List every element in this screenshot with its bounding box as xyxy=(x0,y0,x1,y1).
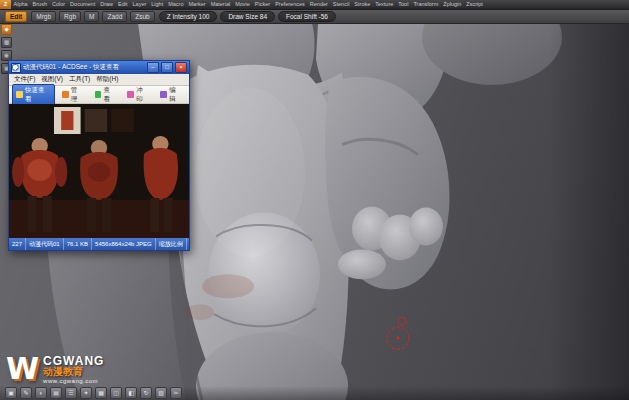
shelf-toggle-button[interactable]: Zadd xyxy=(102,11,127,22)
menu-item[interactable]: Light xyxy=(149,0,166,9)
menu-item[interactable]: Layer xyxy=(130,0,149,9)
top-shelf: Edit MrgbRgbMZaddZsub Z Intensity 100Dra… xyxy=(0,10,629,24)
dock-icon[interactable]: ▣ xyxy=(5,387,17,399)
shelf-toggle-button[interactable]: Rgb xyxy=(59,11,81,22)
mode-tab[interactable]: 管理 xyxy=(58,84,88,106)
concept-art-image xyxy=(9,104,189,238)
brush-cursor xyxy=(387,317,409,349)
window-menu-item[interactable]: 帮助(H) xyxy=(94,75,120,84)
dock-icon[interactable]: ◫ xyxy=(110,387,122,399)
menu-item[interactable]: Transform xyxy=(411,0,441,9)
window-statusbar: 227动漫代码0176.1 KB5456x864x24b JPEG缩放比例 xyxy=(9,238,189,250)
menu-item[interactable]: Movie xyxy=(233,0,253,9)
cgwang-watermark: W CGWANG 动漫教育 www.cgwang.com xyxy=(6,355,104,384)
menu-item[interactable]: Zplugin xyxy=(441,0,464,9)
tab-label: 查看 xyxy=(103,86,116,104)
mode-tab[interactable]: 冲印 xyxy=(123,84,153,106)
cgwang-url: www.cgwang.com xyxy=(43,378,104,384)
window-mode-toolbar: 快速查看 管理 查看 冲印 编辑 xyxy=(9,86,189,104)
cgwang-tagline: 动漫教育 xyxy=(43,367,104,378)
minimize-button[interactable]: – xyxy=(147,62,159,73)
window-menu-item[interactable]: 视图(V) xyxy=(39,75,65,84)
status-segment: 227 xyxy=(9,238,26,250)
status-segment: 5456x864x24b JPEG xyxy=(92,238,156,250)
menu-item[interactable]: Preferences xyxy=(273,0,308,9)
shelf-sliders: Z Intensity 100Draw Size 84Focal Shift -… xyxy=(159,11,336,22)
mode-tab[interactable]: 快速查看 xyxy=(12,84,55,106)
shelf-toggle-button[interactable]: Mrgb xyxy=(31,11,56,22)
menu-item[interactable]: Material xyxy=(208,0,233,9)
dock-icon[interactable]: ◐ xyxy=(35,387,47,399)
tab-label: 冲印 xyxy=(136,86,149,104)
dock-icon[interactable]: ☰ xyxy=(65,387,77,399)
dock-icon[interactable]: ▤ xyxy=(50,387,62,399)
shelf-toggle-button[interactable]: M xyxy=(84,11,99,22)
menu-item[interactable]: Zscript xyxy=(464,0,486,9)
dock-icon[interactable]: ✂ xyxy=(170,387,182,399)
mode-tab[interactable]: 编辑 xyxy=(156,84,186,106)
menu-item[interactable]: Draw xyxy=(98,0,116,9)
cgwang-monogram-icon: W xyxy=(6,355,39,383)
menu-item[interactable]: Stencil xyxy=(330,0,352,9)
model-right-leg xyxy=(176,65,349,400)
dock-icon[interactable]: ◧ xyxy=(125,387,137,399)
menu-item[interactable]: Picker xyxy=(252,0,272,9)
menu-item[interactable]: Tool xyxy=(396,0,411,9)
edit-mode-button[interactable]: Edit xyxy=(5,11,27,22)
side-tool-icon[interactable]: ◆ xyxy=(1,24,12,35)
menu-item[interactable]: Alpha xyxy=(11,0,30,9)
tab-icon xyxy=(160,91,167,98)
cgwang-text: CGWANG 动漫教育 www.cgwang.com xyxy=(43,355,104,384)
status-segment: 缩放比例 xyxy=(156,238,187,250)
menu-item[interactable]: Edit xyxy=(116,0,130,9)
tab-label: 编辑 xyxy=(169,86,182,104)
tab-icon xyxy=(127,91,134,98)
zbrush-app: Z AlphaBrushColorDocumentDrawEditLayerLi… xyxy=(0,0,629,400)
maximize-button[interactable]: □ xyxy=(161,62,173,73)
tab-icon xyxy=(95,91,102,98)
dock-icon[interactable]: ✦ xyxy=(80,387,92,399)
window-menu-item[interactable]: 文件(F) xyxy=(12,75,37,84)
menubar-items: AlphaBrushColorDocumentDrawEditLayerLigh… xyxy=(11,0,485,9)
menu-item[interactable]: Document xyxy=(68,0,98,9)
shelf-slider[interactable]: Z Intensity 100 xyxy=(159,11,218,22)
acdsee-window: 动漫代码01 - ACDSee - 快速查看 – □ × 文件(F)视图(V)工… xyxy=(8,60,190,251)
model-fist xyxy=(325,77,449,289)
shelf-slider[interactable]: Focal Shift -56 xyxy=(278,11,336,22)
side-tool-icon[interactable]: ▩ xyxy=(1,37,12,48)
tab-icon xyxy=(62,91,69,98)
menu-item[interactable]: Brush xyxy=(30,0,49,9)
tab-label: 管理 xyxy=(71,86,84,104)
menu-item[interactable]: Stroke xyxy=(352,0,373,9)
close-button[interactable]: × xyxy=(175,62,187,73)
menu-item[interactable]: Texture xyxy=(373,0,396,9)
window-titlebar[interactable]: 动漫代码01 - ACDSee - 快速查看 – □ × xyxy=(9,61,189,74)
tab-label: 快速查看 xyxy=(25,86,51,104)
acdsee-app-icon xyxy=(11,63,21,73)
window-title: 动漫代码01 - ACDSee - 快速查看 xyxy=(23,63,145,72)
menu-item[interactable]: Marker xyxy=(186,0,208,9)
window-menu-item[interactable]: 工具(T) xyxy=(67,75,92,84)
status-segment: 76.1 KB xyxy=(64,238,92,250)
menu-item[interactable]: Macro xyxy=(166,0,186,9)
dock-icon[interactable]: ↻ xyxy=(140,387,152,399)
tab-icon xyxy=(16,91,23,98)
menu-item[interactable]: Render xyxy=(307,0,330,9)
menubar: Z AlphaBrushColorDocumentDrawEditLayerLi… xyxy=(0,0,629,10)
mode-tab[interactable]: 查看 xyxy=(91,84,121,106)
bottom-dock: ▣✎◐▤☰✦▦◫◧↻▧✂ xyxy=(0,386,629,400)
dock-icon[interactable]: ▧ xyxy=(155,387,167,399)
dock-icon[interactable]: ✎ xyxy=(20,387,32,399)
menu-item[interactable]: Color xyxy=(49,0,67,9)
app-logo: Z xyxy=(0,0,11,9)
shelf-toggle-button[interactable]: Zsub xyxy=(130,11,154,22)
shelf-toggles: MrgbRgbMZaddZsub xyxy=(31,11,154,22)
shelf-slider[interactable]: Draw Size 84 xyxy=(220,11,275,22)
status-segment: 动漫代码01 xyxy=(26,238,64,250)
filmstrip-thumbnails xyxy=(54,107,134,134)
dock-icon[interactable]: ▦ xyxy=(95,387,107,399)
image-viewer-pane[interactable] xyxy=(9,104,189,238)
